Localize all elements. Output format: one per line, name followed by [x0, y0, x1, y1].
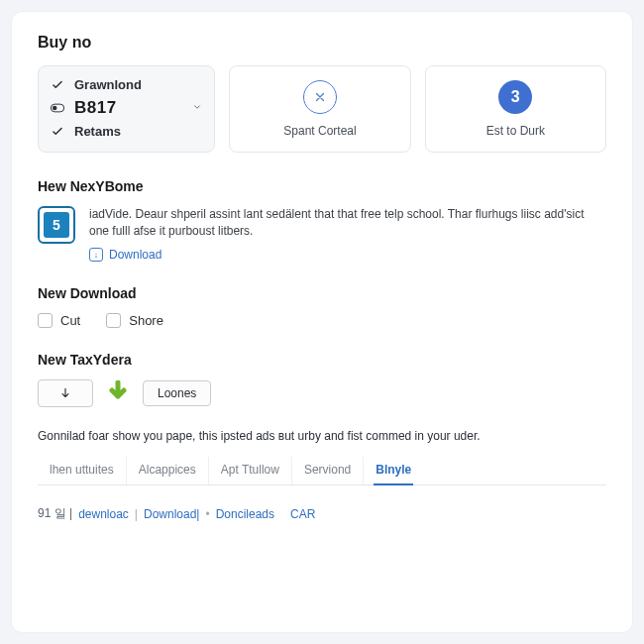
tax-heading: New TaxYdera — [38, 352, 606, 368]
chevron-down-icon[interactable] — [192, 101, 202, 115]
hew-body-text: iadVide. Deaur shperil assint lant sedäl… — [89, 206, 606, 264]
hew-heading: Hew NexYBome — [38, 178, 606, 194]
checkbox-icon — [38, 313, 53, 328]
download-link[interactable]: Download — [109, 247, 161, 264]
check-icon — [51, 125, 64, 139]
step1-label1: Grawnlond — [74, 77, 142, 92]
green-arrow-icon — [109, 380, 127, 406]
main-card: Buy no Grawnlond B817 — [12, 12, 632, 632]
step-2[interactable]: Spant Corteal — [229, 65, 410, 153]
step1-label3: Retams — [74, 124, 121, 139]
arrow-down-button[interactable] — [38, 379, 93, 407]
close-circle-icon — [303, 80, 337, 114]
step1-code: B817 — [74, 98, 117, 118]
thumb-letter: 5 — [44, 212, 69, 238]
step2-caption: Spant Corteal — [283, 124, 356, 138]
tab-bar: lhen uttuites Alcappices Apt Ttullow Ser… — [38, 457, 606, 485]
download-circle-icon: ↓ — [89, 248, 103, 262]
checkbox-row: Cut Shore — [38, 313, 606, 328]
checkbox-shore-label: Shore — [129, 313, 163, 328]
steps-row: Grawnlond B817 Retams — [38, 65, 606, 153]
tab-blnyle[interactable]: Blnyle — [364, 457, 423, 484]
tab-alcappices[interactable]: Alcappices — [127, 457, 209, 484]
footer-link-1[interactable]: dewnloac — [78, 507, 129, 521]
checkbox-icon — [106, 313, 121, 328]
tab-serviond[interactable]: Serviond — [292, 457, 364, 484]
page-title: Buy no — [38, 34, 606, 52]
step-number-badge: 3 — [498, 80, 532, 114]
newdl-heading: New Download — [38, 285, 606, 301]
footer-link-4[interactable]: CAR — [290, 507, 315, 521]
tab-apt[interactable]: Apt Ttullow — [209, 457, 292, 484]
footer-prefix: 91 일 | — [38, 505, 72, 522]
footer-link-3[interactable]: Doncileads — [216, 507, 274, 521]
tab-uttuites[interactable]: lhen uttuites — [38, 457, 127, 484]
description-text: Gonnilad foar show you pape, this ipsted… — [38, 429, 606, 443]
check-icon — [51, 78, 64, 92]
step-3[interactable]: 3 Est to Durk — [425, 65, 606, 153]
hew-desc: iadVide. Deaur shperil assint lant sedäl… — [89, 207, 584, 238]
checkbox-shore[interactable]: Shore — [106, 313, 163, 328]
hew-media: 5 iadVide. Deaur shperil assint lant sed… — [38, 206, 606, 264]
toggle-icon — [51, 103, 64, 113]
checkbox-cut-label: Cut — [60, 313, 80, 328]
tax-row: Loones — [38, 379, 606, 407]
step3-caption: Est to Durk — [486, 124, 545, 138]
step-1[interactable]: Grawnlond B817 Retams — [38, 65, 215, 153]
checkbox-cut[interactable]: Cut — [38, 313, 80, 328]
doc-thumb-icon: 5 — [38, 206, 75, 244]
footer-links: 91 일 | dewnloac | Download| • Doncileads… — [38, 505, 606, 522]
svg-point-1 — [53, 106, 56, 110]
loones-button[interactable]: Loones — [143, 380, 211, 406]
footer-link-2[interactable]: Download| — [144, 507, 199, 521]
